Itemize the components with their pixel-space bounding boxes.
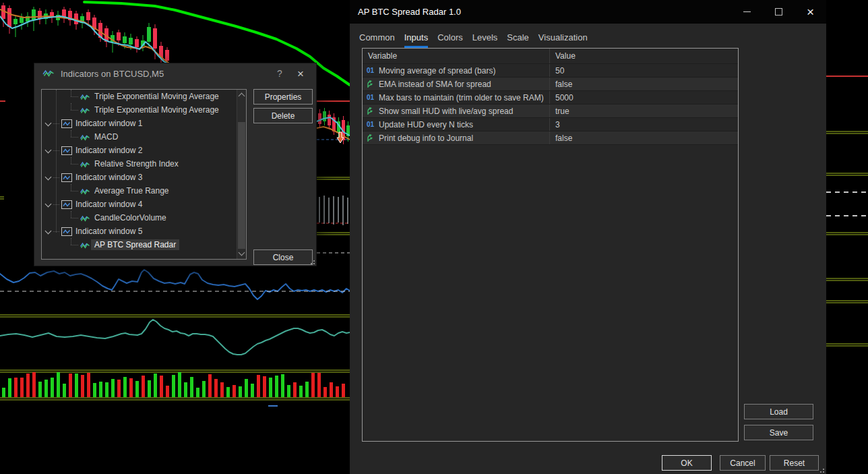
cancel-button[interactable]: Cancel — [720, 455, 766, 471]
input-row[interactable]: Show small HUD with live/avg spreadtrue — [363, 105, 738, 118]
variable-cell: EMA instead of SMA for spread — [363, 78, 550, 90]
tree-item-label[interactable]: MACD — [94, 132, 118, 142]
input-value[interactable]: 3 — [550, 118, 738, 131]
indicator-wave-icon — [80, 214, 90, 222]
tree-item[interactable]: Indicator window 2 — [42, 144, 246, 157]
minimize-button[interactable] — [731, 0, 763, 24]
variable-cell: 01Update HUD every N ticks — [363, 118, 550, 131]
tree-item-label[interactable]: CandleColorVolume — [94, 213, 166, 223]
tree-item-label[interactable]: Indicator window 5 — [75, 227, 142, 236]
tree-item-label[interactable]: Indicator window 2 — [75, 146, 142, 155]
tree-item[interactable]: CandleColorVolume — [42, 211, 246, 225]
save-button[interactable]: Save — [744, 425, 813, 440]
input-value[interactable]: false — [550, 131, 738, 144]
tree-guide — [71, 110, 78, 111]
tree-guide — [71, 184, 71, 191]
variable-name: Moving average of spread (bars) — [379, 66, 495, 76]
indicator-wave-icon — [42, 68, 55, 79]
variable-cell: Print debug info to Journal — [363, 131, 550, 144]
indicator-wave-icon — [80, 106, 90, 114]
tree-item[interactable]: Average True Range — [42, 184, 246, 198]
maximize-button[interactable] — [763, 0, 795, 24]
input-row[interactable]: Print debug info to Journalfalse — [363, 131, 738, 145]
reset-button[interactable]: Reset — [770, 455, 819, 471]
input-value[interactable]: false — [550, 78, 738, 90]
chevron-down-icon[interactable] — [45, 228, 52, 235]
tree-item[interactable]: Indicator window 4 — [42, 198, 246, 211]
tab-scale[interactable]: Scale — [507, 32, 529, 48]
tree-guide — [71, 157, 71, 164]
input-row[interactable]: 01Moving average of spread (bars)50 — [363, 64, 738, 78]
close-icon[interactable]: × — [293, 68, 308, 80]
tab-bar: CommonInputsColorsLevelsScaleVisualizati… — [350, 24, 826, 48]
minimize-icon — [743, 11, 751, 12]
variable-cell: 01Moving average of spread (bars) — [363, 64, 550, 77]
delete-button[interactable]: Delete — [253, 108, 313, 123]
tree-item-label[interactable]: Indicator window 3 — [75, 173, 142, 182]
chevron-down-icon[interactable] — [45, 201, 52, 208]
scroll-down-icon[interactable] — [239, 249, 245, 256]
boolean-type-icon — [365, 134, 375, 142]
tree-item-label[interactable]: Average True Range — [94, 186, 169, 196]
tree-item-label[interactable]: Triple Exponential Moving Average — [94, 105, 219, 115]
tree-guide — [71, 103, 71, 110]
maximize-icon — [775, 8, 782, 16]
radar-dialog-titlebar[interactable]: AP BTC Spread Radar 1.0 × — [350, 0, 826, 24]
tree-item[interactable]: Triple Exponential Moving Average — [42, 103, 246, 117]
tree-item-label[interactable]: Triple Exponential Moving Average — [94, 92, 219, 101]
tree-guide — [71, 191, 78, 191]
properties-button[interactable]: Properties — [253, 89, 313, 105]
tab-visualization[interactable]: Visualization — [538, 32, 588, 48]
scroll-up-icon[interactable] — [239, 93, 245, 100]
tree-item[interactable]: AP BTC Spread Radar — [42, 238, 246, 251]
input-value[interactable]: true — [550, 105, 738, 117]
tree-item-label[interactable]: AP BTC Spread Radar — [91, 239, 179, 250]
tree-item-label[interactable]: Indicator window 4 — [75, 200, 142, 209]
indicators-tree: Triple Exponential Moving AverageTriple … — [41, 89, 247, 260]
resize-grip[interactable] — [309, 258, 315, 264]
tree-guide — [53, 231, 59, 232]
close-button[interactable]: × — [795, 0, 826, 24]
tree-item[interactable]: Triple Exponential Moving Average — [42, 90, 246, 103]
ok-button[interactable]: OK — [662, 455, 712, 471]
variable-cell: 01Max bars to maintain (trim older to sa… — [363, 91, 550, 104]
tree-item-label[interactable]: Relative Strength Index — [94, 159, 179, 169]
tree-scrollbar[interactable] — [237, 90, 246, 259]
tree-item[interactable]: Indicator window 5 — [42, 225, 246, 238]
tab-inputs[interactable]: Inputs — [404, 32, 428, 48]
tree-item[interactable]: Relative Strength Index — [42, 157, 246, 171]
tree-guide — [53, 150, 59, 151]
indicator-wave-icon — [80, 241, 90, 249]
scroll-thumb[interactable] — [238, 122, 245, 249]
tree-guide — [53, 123, 59, 124]
tree-guide — [71, 238, 71, 245]
input-value[interactable]: 50 — [550, 64, 738, 77]
variable-name: Update HUD every N ticks — [379, 120, 473, 129]
tab-common[interactable]: Common — [359, 32, 395, 48]
tree-guide — [71, 137, 78, 138]
close-button[interactable]: Close — [253, 249, 313, 265]
indicators-dialog-title: Indicators on BTCUSD,M5 — [61, 69, 266, 79]
indicators-dialog-titlebar[interactable]: Indicators on BTCUSD,M5 ? × — [34, 63, 316, 84]
tab-colors[interactable]: Colors — [437, 32, 463, 48]
resize-grip[interactable] — [818, 467, 824, 473]
input-row[interactable]: EMA instead of SMA for spreadfalse — [363, 78, 738, 91]
column-header-value: Value — [550, 51, 738, 61]
chevron-down-icon[interactable] — [45, 120, 52, 127]
input-row[interactable]: 01Update HUD every N ticks3 — [363, 118, 738, 131]
load-button[interactable]: Load — [744, 404, 813, 419]
help-button[interactable]: ? — [272, 68, 287, 79]
tree-item-label[interactable]: Indicator window 1 — [75, 119, 142, 128]
tab-levels[interactable]: Levels — [472, 32, 498, 48]
variable-name: Max bars to maintain (trim older to save… — [379, 93, 544, 102]
input-row[interactable]: 01Max bars to maintain (trim older to sa… — [363, 91, 738, 105]
integer-type-icon: 01 — [365, 94, 375, 101]
chevron-down-icon[interactable] — [45, 174, 52, 181]
tree-guide — [71, 90, 71, 96]
tree-guide — [71, 164, 78, 165]
input-value[interactable]: 5000 — [550, 91, 738, 104]
tree-item[interactable]: MACD — [42, 130, 246, 144]
tree-item[interactable]: Indicator window 3 — [42, 171, 246, 184]
tree-item[interactable]: Indicator window 1 — [42, 117, 246, 130]
chevron-down-icon[interactable] — [45, 147, 52, 154]
